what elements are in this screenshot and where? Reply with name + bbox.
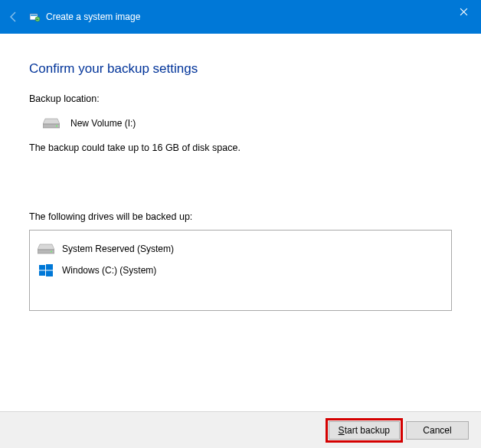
- footer: Start backup Cancel: [0, 411, 481, 448]
- close-button[interactable]: [446, 0, 481, 23]
- svg-rect-12: [46, 271, 53, 277]
- svg-marker-3: [43, 119, 60, 124]
- back-button[interactable]: [0, 0, 28, 34]
- titlebar: Create a system image: [0, 0, 481, 34]
- drive-item: System Reserved (System): [38, 238, 443, 260]
- svg-marker-6: [38, 244, 54, 250]
- svg-point-5: [56, 126, 57, 127]
- svg-rect-11: [39, 271, 45, 276]
- start-backup-button[interactable]: Start backup: [329, 421, 400, 440]
- content-area: Confirm your backup settings Backup loca…: [0, 34, 481, 311]
- wizard-icon: [28, 10, 41, 24]
- svg-rect-1: [31, 15, 37, 16]
- backup-location-label: Backup location:: [29, 93, 452, 104]
- backup-location-row: New Volume (I:): [29, 118, 452, 129]
- svg-rect-10: [46, 264, 53, 270]
- size-notice: The backup could take up to 16 GB of dis…: [29, 142, 452, 153]
- drive-item-label: Windows (C:) (System): [62, 265, 156, 276]
- hard-drive-icon: [38, 240, 54, 257]
- hard-drive-icon: [43, 118, 60, 129]
- cancel-button[interactable]: Cancel: [406, 421, 469, 440]
- backup-location-value: New Volume (I:): [70, 118, 136, 129]
- windows-drive-icon: [38, 262, 54, 279]
- drive-item-label: System Reserved (System): [62, 244, 174, 254]
- page-heading: Confirm your backup settings: [29, 61, 452, 77]
- drive-list: System Reserved (System) Windows (C:) (S…: [29, 230, 452, 311]
- window-title: Create a system image: [46, 11, 140, 22]
- drives-label: The following drives will be backed up:: [29, 211, 452, 222]
- svg-point-8: [51, 251, 52, 253]
- svg-rect-9: [39, 265, 45, 270]
- drive-item: Windows (C:) (System): [38, 260, 443, 281]
